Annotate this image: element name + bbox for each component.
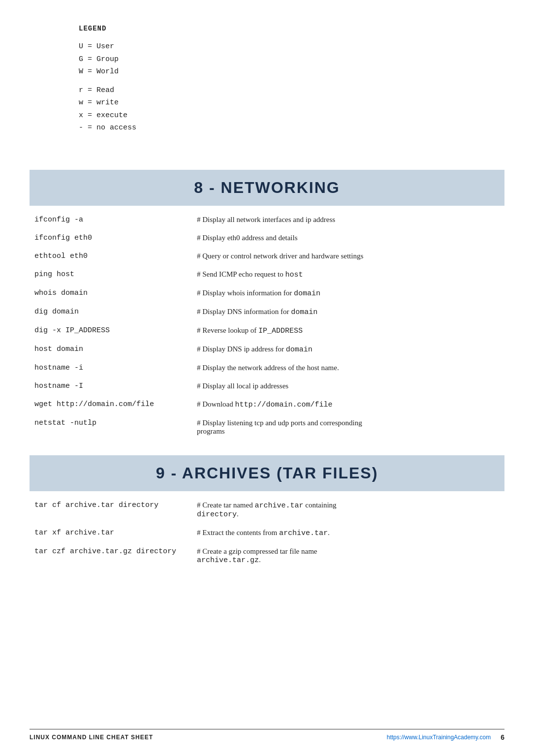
legend-item: W = World	[79, 65, 504, 78]
table-row: ifconfig eth0 # Display eth0 address and…	[30, 229, 504, 247]
footer-url: https://www.LinuxTrainingAcademy.com	[387, 734, 491, 741]
legend-group-2: r = Read w = write x = execute - = no ac…	[79, 84, 504, 134]
desc-cell: # Create tar named archive.tar containin…	[187, 496, 504, 524]
desc-cell: # Query or control network driver and ha…	[187, 247, 504, 265]
cmd-cell: ping host	[30, 265, 187, 284]
desc-cell: # Display listening tcp and udp ports an…	[187, 414, 504, 441]
desc-cell: # Display DNS information for domain	[187, 303, 504, 321]
desc-cell: # Download http://domain.com/file	[187, 395, 504, 414]
table-row: tar cf archive.tar directory # Create ta…	[30, 496, 504, 524]
table-row: ifconfig -a # Display all network interf…	[30, 211, 504, 229]
inline-code: domain	[291, 308, 317, 316]
cmd-cell: ethtool eth0	[30, 247, 187, 265]
footer-page: 6	[501, 733, 504, 741]
cmd-cell: hostname -I	[30, 377, 187, 395]
desc-cell: # Reverse lookup of IP_ADDRESS	[187, 321, 504, 340]
footer-title: LINUX COMMAND LINE CHEAT SHEET	[30, 734, 153, 741]
cmd-cell: host domain	[30, 340, 187, 359]
table-row: tar xf archive.tar # Extract the content…	[30, 524, 504, 542]
table-row: hostname -i # Display the network addres…	[30, 359, 504, 377]
inline-code: archive.tar.gz	[197, 556, 259, 565]
cmd-cell: dig domain	[30, 303, 187, 321]
page: LEGEND U = User G = Group W = World r = …	[0, 0, 534, 756]
inline-code: domain	[294, 289, 320, 298]
legend-item: r = Read	[79, 84, 504, 97]
inline-code: IP_ADDRESS	[258, 327, 303, 335]
table-row: whois domain # Display whois information…	[30, 284, 504, 303]
table-row: hostname -I # Display all local ip addre…	[30, 377, 504, 395]
desc-cell: # Display all local ip addresses	[187, 377, 504, 395]
inline-code: host	[285, 271, 303, 279]
section-networking-header: 8 - NETWORKING	[30, 170, 504, 206]
footer-right: https://www.LinuxTrainingAcademy.com 6	[387, 733, 504, 741]
inline-code: archive.tar	[279, 529, 328, 537]
cmd-cell: tar czf archive.tar.gz directory	[30, 542, 187, 569]
desc-cell: # Display DNS ip address for domain	[187, 340, 504, 359]
table-row: host domain # Display DNS ip address for…	[30, 340, 504, 359]
table-row: ping host # Send ICMP echo request to ho…	[30, 265, 504, 284]
cmd-cell: whois domain	[30, 284, 187, 303]
legend-section: LEGEND U = User G = Group W = World r = …	[30, 20, 504, 155]
desc-cell: # Display whois information for domain	[187, 284, 504, 303]
table-row: tar czf archive.tar.gz directory # Creat…	[30, 542, 504, 569]
legend-item: x = execute	[79, 109, 504, 122]
legend-title: LEGEND	[79, 25, 504, 32]
inline-code: archive.tar	[254, 502, 303, 510]
section-archives-header: 9 - ARCHIVES (TAR FILES)	[30, 455, 504, 491]
cmd-cell: wget http://domain.com/file	[30, 395, 187, 414]
cmd-cell: tar xf archive.tar	[30, 524, 187, 542]
legend-item: U = User	[79, 40, 504, 53]
table-row: netstat -nutlp # Display listening tcp a…	[30, 414, 504, 441]
section-networking-title: 8 - NETWORKING	[39, 179, 495, 197]
legend-item: w = write	[79, 96, 504, 109]
inline-code: http://domain.com/file	[235, 401, 333, 409]
cmd-cell: dig -x IP_ADDRESS	[30, 321, 187, 340]
table-row: wget http://domain.com/file # Download h…	[30, 395, 504, 414]
section-archives-title: 9 - ARCHIVES (TAR FILES)	[39, 464, 495, 482]
cmd-cell: netstat -nutlp	[30, 414, 187, 441]
legend-items: U = User G = Group W = World r = Read w …	[79, 40, 504, 134]
cmd-cell: ifconfig eth0	[30, 229, 187, 247]
inline-code: domain	[286, 346, 313, 354]
desc-cell: # Extract the contents from archive.tar.	[187, 524, 504, 542]
legend-group-1: U = User G = Group W = World	[79, 40, 504, 78]
archives-table: tar cf archive.tar directory # Create ta…	[30, 496, 504, 569]
footer: LINUX COMMAND LINE CHEAT SHEET https://w…	[30, 729, 504, 741]
desc-cell: # Create a gzip compressed tar file name…	[187, 542, 504, 569]
desc-cell: # Display eth0 address and details	[187, 229, 504, 247]
cmd-cell: hostname -i	[30, 359, 187, 377]
inline-code: directory	[197, 510, 237, 519]
desc-cell: # Display the network address of the hos…	[187, 359, 504, 377]
networking-table: ifconfig -a # Display all network interf…	[30, 211, 504, 441]
desc-cell: # Display all network interfaces and ip …	[187, 211, 504, 229]
table-row: dig domain # Display DNS information for…	[30, 303, 504, 321]
table-row: ethtool eth0 # Query or control network …	[30, 247, 504, 265]
cmd-cell: ifconfig -a	[30, 211, 187, 229]
legend-item: - = no access	[79, 122, 504, 134]
legend-item: G = Group	[79, 53, 504, 66]
table-row: dig -x IP_ADDRESS # Reverse lookup of IP…	[30, 321, 504, 340]
cmd-cell: tar cf archive.tar directory	[30, 496, 187, 524]
desc-cell: # Send ICMP echo request to host	[187, 265, 504, 284]
